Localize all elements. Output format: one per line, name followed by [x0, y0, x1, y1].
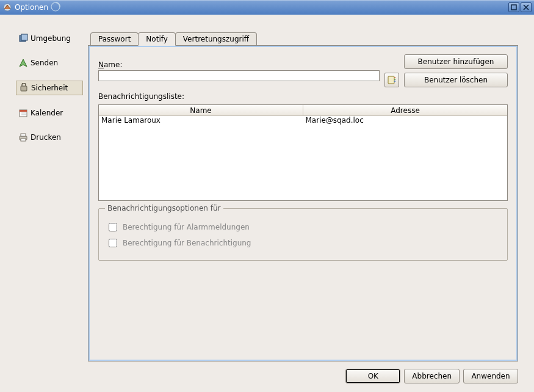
- dialog-footer: OK Abbrechen Anwenden: [16, 361, 518, 383]
- tab-panel: Passwort Notify Vertretungszugriff Name:: [88, 32, 518, 361]
- svg-rect-12: [21, 139, 26, 141]
- calendar-icon: [18, 108, 28, 118]
- shield-icon: [19, 83, 29, 93]
- table-row[interactable]: Marie Lamaroux Marie@sqad.loc: [99, 116, 507, 126]
- titlebar: Optionen: [0, 0, 534, 15]
- sidebar-item-label: Kalender: [31, 109, 63, 117]
- notification-options-group: Benachrichtigungsoptionen für Berechtigu…: [98, 208, 508, 261]
- window-maximize-button[interactable]: [508, 2, 519, 12]
- checkbox-label: Berechtigung für Benachrichtigung: [123, 239, 251, 247]
- checkbox-label: Berechtigung für Alarmmeldungen: [123, 223, 250, 231]
- checkbox-alarm-permission[interactable]: Berechtigung für Alarmmeldungen: [106, 221, 500, 233]
- window-close-button[interactable]: [521, 2, 532, 12]
- svg-rect-5: [21, 86, 27, 91]
- name-label: Name:: [98, 60, 380, 69]
- svg-rect-16: [394, 81, 395, 82]
- name-input[interactable]: [98, 70, 380, 81]
- window-title: Optionen: [15, 3, 48, 12]
- tab-vertretungszugriff[interactable]: Vertretungszugriff: [175, 32, 257, 45]
- button-label: Benutzer hinzufügen: [418, 57, 494, 66]
- cancel-button[interactable]: Abbrechen: [404, 369, 460, 383]
- cell-address: Marie@sqad.loc: [303, 116, 508, 126]
- sidebar-item-label: Senden: [31, 59, 58, 67]
- sidebar-item-label: Drucken: [31, 133, 61, 142]
- tab-notify[interactable]: Notify: [138, 32, 175, 46]
- sidebar-item-kalender[interactable]: Kalender: [16, 106, 83, 120]
- printer-icon: [18, 132, 28, 142]
- table-body: Marie Lamaroux Marie@sqad.loc: [99, 116, 507, 200]
- tab-label: Vertretungszugriff: [183, 35, 249, 43]
- column-header-name[interactable]: Name: [99, 105, 303, 115]
- cell-name: Marie Lamaroux: [99, 116, 303, 126]
- group-legend: Benachrichtigungsoptionen für: [105, 204, 223, 212]
- button-label: Benutzer löschen: [424, 76, 488, 84]
- svg-rect-11: [21, 134, 26, 136]
- sidebar-item-sicherheit[interactable]: Sicherheit: [16, 81, 83, 95]
- button-label: Anwenden: [471, 372, 510, 380]
- globe-icon: [18, 34, 28, 43]
- sidebar: Umgebung Senden Sicherheit Kalender: [16, 32, 83, 361]
- svg-rect-7: [20, 110, 27, 112]
- apply-button[interactable]: Anwenden: [463, 369, 518, 383]
- column-header-address[interactable]: Adresse: [303, 105, 507, 115]
- svg-rect-4: [21, 34, 27, 40]
- address-book-icon: [387, 75, 397, 85]
- sidebar-item-drucken[interactable]: Drucken: [16, 131, 83, 144]
- address-book-button[interactable]: [384, 73, 399, 87]
- sidebar-item-umgebung[interactable]: Umgebung: [16, 32, 83, 45]
- sidebar-item-label: Umgebung: [31, 34, 71, 43]
- tab-passwort[interactable]: Passwort: [90, 32, 139, 45]
- ok-button[interactable]: OK: [345, 369, 400, 383]
- svg-rect-2: [511, 5, 516, 10]
- table-header: Name Adresse: [99, 105, 507, 116]
- tab-page-notify: Name: Benutzer hinzuf: [88, 45, 518, 361]
- branding-swirl-icon: [51, 2, 60, 13]
- checkbox-input[interactable]: [109, 223, 117, 231]
- checkbox-notify-permission[interactable]: Berechtigung für Benachrichtigung: [106, 237, 500, 249]
- notification-list-label: Benachrichtigungsliste:: [98, 92, 508, 101]
- button-label: Abbrechen: [412, 372, 452, 380]
- app-icon: [2, 2, 12, 12]
- svg-rect-14: [394, 77, 395, 78]
- notification-list[interactable]: Name Adresse Marie Lamaroux Marie@sqad.l…: [98, 104, 508, 201]
- sidebar-item-senden[interactable]: Senden: [16, 56, 83, 70]
- svg-rect-13: [388, 76, 394, 84]
- remove-user-button[interactable]: Benutzer löschen: [404, 73, 508, 87]
- dialog-body: Umgebung Senden Sicherheit Kalender: [0, 15, 534, 392]
- tabbar: Passwort Notify Vertretungszugriff: [88, 32, 518, 45]
- add-user-button[interactable]: Benutzer hinzufügen: [404, 54, 508, 69]
- checkbox-input[interactable]: [109, 239, 117, 247]
- button-label: OK: [368, 372, 378, 380]
- sidebar-item-label: Sicherheit: [31, 84, 68, 92]
- svg-rect-15: [394, 79, 395, 80]
- tab-label: Notify: [146, 35, 167, 43]
- send-icon: [18, 58, 28, 68]
- tab-label: Passwort: [98, 35, 131, 43]
